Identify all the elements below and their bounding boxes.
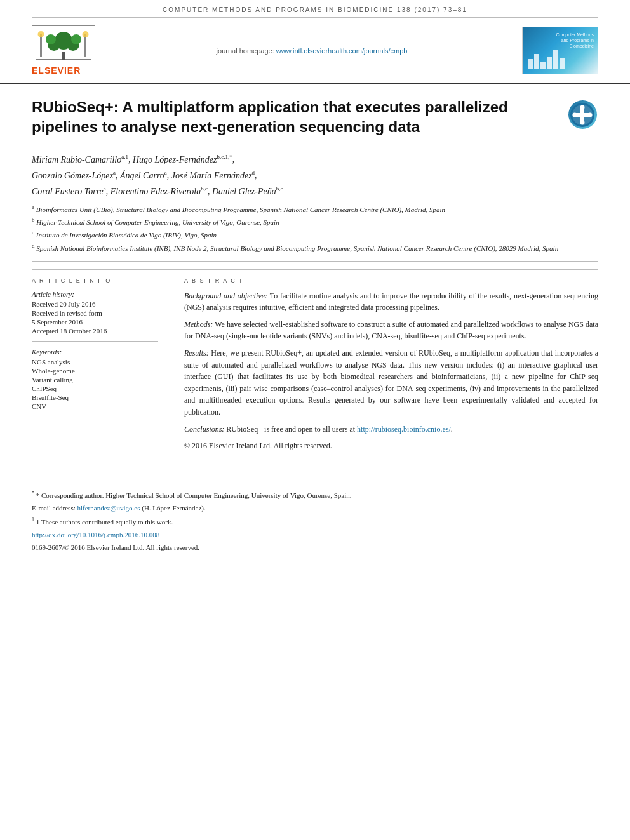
corresponding-author-text: * Corresponding author. Higher Technical… [36,491,352,498]
author-4-name: Ángel Carro [120,171,164,180]
article-title: RUbioSeq+: A multiplatform application t… [32,97,554,137]
authors-line-2: Gonzalo Gómez-Lópeza, Ángel Carroa, José… [32,169,598,182]
svg-rect-6 [40,34,42,57]
page: COMPUTER METHODS AND PROGRAMS IN BIOMEDI… [0,0,630,840]
equal-sup: 1 [32,517,34,523]
abstract-results-text: Here, we present RUbioSeq+, an updated a… [184,349,598,417]
svg-point-4 [46,34,56,44]
title-text-area: RUbioSeq+: A multiplatform application t… [32,97,566,137]
keyword-2: Whole-genome [32,367,158,375]
left-col: A R T I C L E I N F O Article history: R… [32,277,171,457]
author-1-name: Miriam Rubio-Camarillo [32,155,121,164]
author-7-sup: b,c [201,186,208,192]
article-history: Article history: Received 20 July 2016 R… [32,290,158,335]
received-revised-date: 5 September 2016 [32,318,158,326]
email-attribution: (H. López-Fernández). [142,504,205,512]
right-col: A B S T R A C T Background and objective… [171,277,598,457]
journal-logo-text: Computer Methodsand Programs inBiomedici… [553,29,596,51]
doi-anchor[interactable]: http://dx.doi.org/10.1016/j.cmpb.2016.10… [32,531,159,538]
svg-point-5 [71,34,81,44]
crossmark[interactable] [566,97,598,137]
affil-d-text: Spanish National Bioinformatics Institut… [36,244,558,251]
title-section: RUbioSeq+: A multiplatform application t… [32,84,598,143]
affil-b-sup: b [32,217,35,223]
elsevier-logo: ELSEVIER [32,25,102,76]
abstract-methods-text: We have selected well-established softwa… [184,320,598,341]
keyword-5: Bisulfite-Seq [32,394,158,401]
abstract-methods-label: Methods: [184,320,213,329]
affil-a-sup: a [32,204,34,210]
elsevier-tree-svg [35,28,92,61]
abstract-background: Background and objective: To facilitate … [184,290,598,314]
svg-rect-14 [575,113,590,117]
svg-point-9 [83,31,89,37]
affil-a: a Bioinformatics Unit (UBio), Structural… [32,203,598,215]
author-7-name: Florentino Fdez-Riverola [111,187,201,196]
keyword-1: NGS analysis [32,358,158,366]
journal-header: COMPUTER METHODS AND PROGRAMS IN BIOMEDI… [32,0,598,18]
svg-point-18 [588,112,593,117]
author-5-name: José María Fernández [171,171,252,180]
authors-line-1: Miriam Rubio-Camarilloa,1, Hugo López-Fe… [32,153,598,166]
svg-point-16 [580,120,585,124]
article-info-label: A R T I C L E I N F O [32,277,158,284]
svg-point-17 [573,112,577,117]
elsevier-brand-text: ELSEVIER [32,65,102,76]
abstract-results-label: Results: [184,349,209,357]
svg-point-7 [38,31,44,37]
author-1-sup: a,1 [121,154,128,161]
affil-c-text: Instituto de Investigación Biomédica de … [36,231,217,239]
email-link[interactable]: hlfernandez@uvigo.es [77,504,140,512]
crossmark-svg [570,102,595,128]
authors-section: Miriam Rubio-Camarilloa,1, Hugo López-Fe… [32,143,598,261]
journal-homepage-link[interactable]: www.intl.elsevierhealth.com/journals/cmp… [276,47,408,55]
doi-link: http://dx.doi.org/10.1016/j.cmpb.2016.10… [32,530,598,541]
left-col-divider [32,341,158,342]
affil-a-text: Bioinformatics Unit (UBio), Structural B… [36,206,445,213]
equal-contribution-text: 1 These authors contributed equally to t… [36,517,173,525]
abstract-content: Background and objective: To facilitate … [184,290,598,452]
journal-homepage: journal homepage: www.intl.elsevierhealt… [102,47,522,55]
two-col-section: A R T I C L E I N F O Article history: R… [32,269,598,457]
footer-notes: * * Corresponding author. Higher Technic… [32,483,598,554]
copyright-line: © 2016 Elsevier Ireland Ltd. All rights … [184,440,598,452]
keywords-label: Keywords: [32,348,158,356]
author-2-name: Hugo López-Fernández [133,155,217,164]
abstract-conclusions: Conclusions: RUbioSeq+ is free and open … [184,423,598,436]
author-3-sup: a [113,170,116,177]
abstract-methods: Methods: We have selected well-establish… [184,319,598,342]
email-label: E-mail address: [32,504,77,512]
received-date: Received 20 July 2016 [32,300,158,308]
journal-logo-image: Computer Methodsand Programs inBiomedici… [523,27,598,74]
affil-b: b Higher Technical School of Computer En… [32,216,598,227]
author-2-sup: b,c,1,* [217,154,232,161]
abstract-conclusions-label: Conclusions: [184,425,224,434]
keyword-4: ChIPSeq [32,385,158,392]
author-8-name: Daniel Glez-Peña [212,187,276,196]
corresponding-author-note: * * Corresponding author. Higher Technic… [32,490,598,501]
author-6-name: Coral Fustero Torre [32,187,104,196]
abstract-background-label: Background and objective: [184,291,267,300]
affil-d-sup: d [32,243,35,249]
main-content: RUbioSeq+: A multiplatform application t… [0,84,630,554]
star-sup: * [32,490,34,496]
affil-b-text: Higher Technical School of Computer Engi… [36,218,279,226]
abstract-results: Results: Here, we present RUbioSeq+, an … [184,347,598,418]
keyword-3: Variant calling [32,376,158,383]
svg-rect-8 [84,34,86,57]
article-history-label: Article history: [32,290,158,298]
authors-line-3: Coral Fustero Torrea, Florentino Fdez-Ri… [32,185,598,198]
abstract-label: A B S T R A C T [184,277,598,284]
crossmark-circle [568,100,597,129]
abstract-url[interactable]: http://rubioseq.bioinfo.cnio.es/ [357,425,451,434]
journal-header-text: COMPUTER METHODS AND PROGRAMS IN BIOMEDI… [163,6,467,13]
email-note: E-mail address: hlfernandez@uvigo.es (H.… [32,503,598,514]
svg-point-15 [580,105,585,109]
received-revised-label: Received in revised form [32,309,158,317]
issn-line: 0169-2607/© 2016 Elsevier Ireland Ltd. A… [32,542,598,554]
affil-c: c Instituto de Investigación Biomédica d… [32,229,598,240]
author-5-sup: d [252,170,255,177]
equal-contribution-note: 1 1 These authors contributed equally to… [32,516,598,528]
elsevier-logo-image [32,25,95,63]
affil-c-sup: c [32,229,34,236]
